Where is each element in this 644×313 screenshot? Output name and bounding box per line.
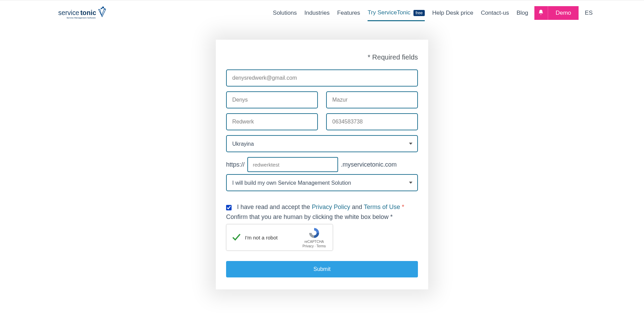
privacy-policy-link[interactable]: Privacy Policy xyxy=(312,204,350,210)
url-prefix: https:// xyxy=(226,161,245,168)
nav-solutions[interactable]: Solutions xyxy=(273,10,297,16)
check-icon xyxy=(231,233,241,242)
nav-features[interactable]: Features xyxy=(337,10,360,16)
lang-switch[interactable]: ES xyxy=(585,10,593,16)
svg-text:tonic: tonic xyxy=(80,9,96,16)
required-label: * Required fields xyxy=(226,53,418,61)
solution-select[interactable]: I will build my own Service Management S… xyxy=(226,174,418,191)
url-suffix: .myservicetonic.com xyxy=(341,161,397,168)
recaptcha-widget[interactable]: I'm not a robot reCAPTCHA Privacy · Term… xyxy=(226,224,333,251)
free-badge: free xyxy=(413,10,425,16)
notifications-button[interactable] xyxy=(534,6,548,20)
captcha-brand: reCAPTCHA xyxy=(305,240,324,244)
nav-try-servicetonic[interactable]: Try ServiceTonic free xyxy=(368,5,424,21)
main-header: service tonic Service Management Softwar… xyxy=(0,0,644,26)
nav-pricing[interactable]: Help Desk price xyxy=(432,10,473,16)
nav-blog[interactable]: Blog xyxy=(517,10,528,16)
consent-asterisk: * xyxy=(402,204,404,210)
nav-contact[interactable]: Contact-us xyxy=(481,10,509,16)
first-name-field[interactable] xyxy=(226,91,318,108)
terms-link[interactable]: Terms of Use xyxy=(364,204,400,210)
country-select[interactable]: Ukrayina xyxy=(226,135,418,152)
consent-text-1: I have read and accept the xyxy=(237,204,312,210)
email-field[interactable] xyxy=(226,69,418,87)
consent-row: I have read and accept the Privacy Polic… xyxy=(226,204,418,211)
company-field[interactable] xyxy=(226,113,318,130)
captcha-label: I'm not a robot xyxy=(245,235,300,240)
svg-text:Service Management Software: Service Management Software xyxy=(66,16,96,18)
subdomain-field[interactable] xyxy=(247,157,338,172)
subdomain-row: https:// .myservicetonic.com xyxy=(226,157,418,172)
signup-form-card: * Required fields Ukrayina https:// .mys… xyxy=(216,40,428,289)
nav-industries[interactable]: Industries xyxy=(304,10,330,16)
main-nav: Solutions Industries Features Try Servic… xyxy=(273,5,528,21)
phone-field[interactable] xyxy=(326,113,418,130)
consent-text-2: and xyxy=(352,204,364,210)
captcha-legal: Privacy · Terms xyxy=(302,244,326,248)
recaptcha-badge: reCAPTCHA Privacy · Terms xyxy=(300,227,328,248)
submit-button[interactable]: Submit xyxy=(226,261,418,277)
svg-point-3 xyxy=(102,6,104,9)
captcha-instruction: Confirm that you are human by clicking t… xyxy=(226,213,418,221)
consent-checkbox[interactable] xyxy=(226,205,232,210)
svg-point-2 xyxy=(101,8,102,9)
demo-button[interactable]: Demo xyxy=(548,6,579,20)
bell-icon xyxy=(538,9,544,17)
last-name-field[interactable] xyxy=(326,91,418,108)
nav-try-label: Try ServiceTonic xyxy=(368,9,410,16)
logo[interactable]: service tonic Service Management Softwar… xyxy=(58,5,120,21)
svg-text:service: service xyxy=(58,9,79,16)
